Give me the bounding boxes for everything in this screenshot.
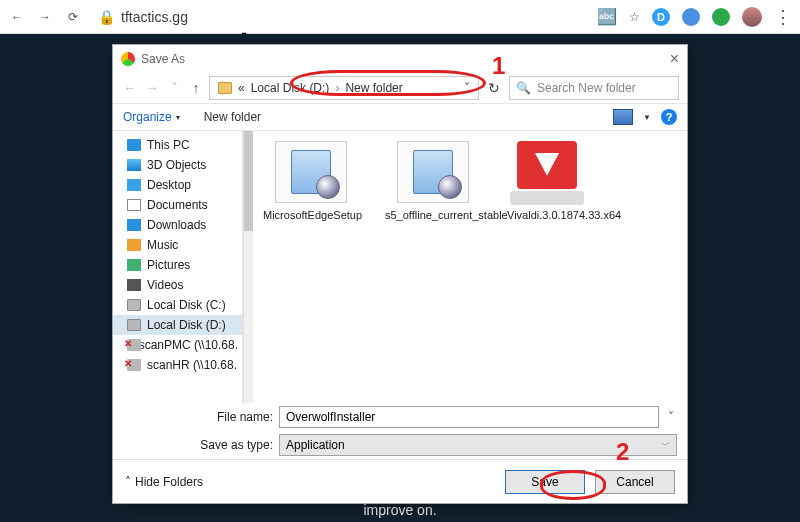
browser-back-icon[interactable]: ←: [8, 8, 26, 26]
dl-icon: [127, 219, 141, 231]
tree-item-label: scanHR (\\10.68.: [147, 358, 237, 372]
dialog-nav-row: ← → ˅ ↑ « Local Disk (D:) › New folder ˅…: [113, 73, 687, 103]
nav-up-icon[interactable]: ↑: [187, 80, 205, 96]
file-item[interactable]: Vivaldi.3.0.1874.33.x64: [507, 141, 603, 221]
vid-icon: [127, 279, 141, 291]
chrome-logo-icon: [121, 52, 135, 66]
extension-green-icon[interactable]: [712, 8, 730, 26]
filename-history-caret-icon[interactable]: ˅: [665, 410, 677, 424]
file-thumb: [397, 141, 469, 203]
folder-tree: This PC3D ObjectsDesktopDocumentsDownloa…: [113, 131, 243, 403]
address-bar[interactable]: 🔒 tftactics.gg: [92, 9, 188, 25]
refresh-icon[interactable]: ↻: [483, 80, 505, 96]
translate-icon[interactable]: 🔤: [597, 7, 617, 26]
file-list-pane[interactable]: MicrosoftEdgeSetups5_offline_current_sta…: [253, 131, 687, 403]
close-icon[interactable]: ×: [670, 50, 679, 68]
nav-forward-icon[interactable]: →: [143, 80, 161, 96]
tree-item-label: Desktop: [147, 178, 191, 192]
tree-item[interactable]: Local Disk (C:): [113, 295, 242, 315]
view-mode-button[interactable]: [613, 109, 633, 125]
file-label: Vivaldi.3.0.1874.33.x64: [507, 209, 603, 221]
monitor-icon: [127, 139, 141, 151]
profile-avatar[interactable]: [742, 7, 762, 27]
filetype-select[interactable]: Application ﹀: [279, 434, 677, 456]
breadcrumb-prefix: «: [238, 81, 245, 95]
dialog-toolbar: Organize ▾ New folder ▼ ?: [113, 103, 687, 131]
doc-icon: [127, 199, 141, 211]
tree-item-label: Downloads: [147, 218, 206, 232]
browser-reload-icon[interactable]: ⟳: [64, 8, 82, 26]
cancel-button[interactable]: Cancel: [595, 470, 675, 494]
dialog-titlebar: Save As ×: [113, 45, 687, 73]
filetype-value: Application: [286, 438, 345, 452]
breadcrumb-dropdown-icon[interactable]: ˅: [464, 81, 470, 95]
tree-item-label: This PC: [147, 138, 190, 152]
tree-item[interactable]: Documents: [113, 195, 242, 215]
chevron-down-icon: ▾: [176, 113, 180, 122]
browser-menu-icon[interactable]: ⋮: [774, 12, 792, 22]
tree-item[interactable]: 3D Objects: [113, 155, 242, 175]
extension-disqus-icon[interactable]: D: [652, 8, 670, 26]
tree-item[interactable]: Videos: [113, 275, 242, 295]
view-mode-caret-icon[interactable]: ▼: [643, 113, 651, 122]
search-icon: 🔍: [516, 81, 531, 95]
drive-icon: [127, 319, 141, 331]
tree-item[interactable]: scanHR (\\10.68.: [113, 355, 242, 375]
breadcrumb-loc-1[interactable]: Local Disk (D:): [251, 81, 330, 95]
browser-forward-icon[interactable]: →: [36, 8, 54, 26]
tree-item[interactable]: Downloads: [113, 215, 242, 235]
filename-label: File name:: [123, 410, 273, 424]
search-input[interactable]: 🔍 Search New folder: [509, 76, 679, 100]
dialog-footer: ˄ Hide Folders Save Cancel: [113, 459, 687, 503]
file-item[interactable]: MicrosoftEdgeSetup: [263, 141, 359, 221]
new-folder-button[interactable]: New folder: [204, 110, 261, 124]
netx-icon: [127, 339, 133, 351]
file-thumb: [507, 141, 587, 209]
tree-item-label: 3D Objects: [147, 158, 206, 172]
tree-item-label: Documents: [147, 198, 208, 212]
nav-recent-caret-icon[interactable]: ˅: [165, 80, 183, 96]
tree-item[interactable]: Pictures: [113, 255, 242, 275]
filename-input[interactable]: [279, 406, 659, 428]
lock-icon: 🔒: [98, 9, 115, 25]
page-bottom-text: improve on.: [0, 502, 800, 518]
drive-icon: [127, 299, 141, 311]
netx-icon: [127, 359, 141, 371]
tree-item-label: Videos: [147, 278, 183, 292]
filetype-row: Save as type: Application ﹀: [113, 431, 687, 459]
tree-item[interactable]: This PC: [113, 135, 242, 155]
file-thumb: [275, 141, 347, 203]
organize-menu[interactable]: Organize ▾: [123, 110, 180, 124]
help-icon[interactable]: ?: [661, 109, 677, 125]
tree-item-label: scanPMC (\\10.68.: [139, 338, 238, 352]
tree-item[interactable]: Music: [113, 235, 242, 255]
file-item[interactable]: s5_offline_current_stable: [385, 141, 481, 221]
tree-item[interactable]: Desktop: [113, 175, 242, 195]
tree-item[interactable]: scanPMC (\\10.68.: [113, 335, 242, 355]
filename-row: File name: ˅: [113, 403, 687, 431]
nav-back-icon[interactable]: ←: [121, 80, 139, 96]
breadcrumb-sep-1: ›: [335, 81, 339, 95]
file-label: s5_offline_current_stable: [385, 209, 481, 221]
extension-gtranslate-icon[interactable]: [682, 8, 700, 26]
search-placeholder: Search New folder: [537, 81, 636, 95]
cube-icon: [127, 159, 141, 171]
chevron-up-icon: ˄: [125, 475, 131, 489]
breadcrumb-loc-2[interactable]: New folder: [345, 81, 402, 95]
tree-item-label: Local Disk (C:): [147, 298, 226, 312]
chevron-down-icon: ﹀: [661, 439, 670, 452]
tree-item[interactable]: Local Disk (D:): [113, 315, 242, 335]
desktop-icon: [127, 179, 141, 191]
tree-scrollbar[interactable]: [243, 131, 253, 403]
bookmark-star-icon[interactable]: ☆: [629, 10, 640, 24]
extension-tray: 🔤 ☆ D ⋮: [597, 7, 792, 27]
save-as-dialog: Save As × ← → ˅ ↑ « Local Disk (D:) › Ne…: [112, 44, 688, 504]
tree-item-label: Local Disk (D:): [147, 318, 226, 332]
file-label: MicrosoftEdgeSetup: [263, 209, 359, 221]
hide-folders-toggle[interactable]: ˄ Hide Folders: [125, 475, 203, 489]
tree-item-label: Music: [147, 238, 178, 252]
pic-icon: [127, 259, 141, 271]
breadcrumb[interactable]: « Local Disk (D:) › New folder ˅: [209, 76, 479, 100]
dialog-title: Save As: [141, 52, 185, 66]
save-button[interactable]: Save: [505, 470, 585, 494]
